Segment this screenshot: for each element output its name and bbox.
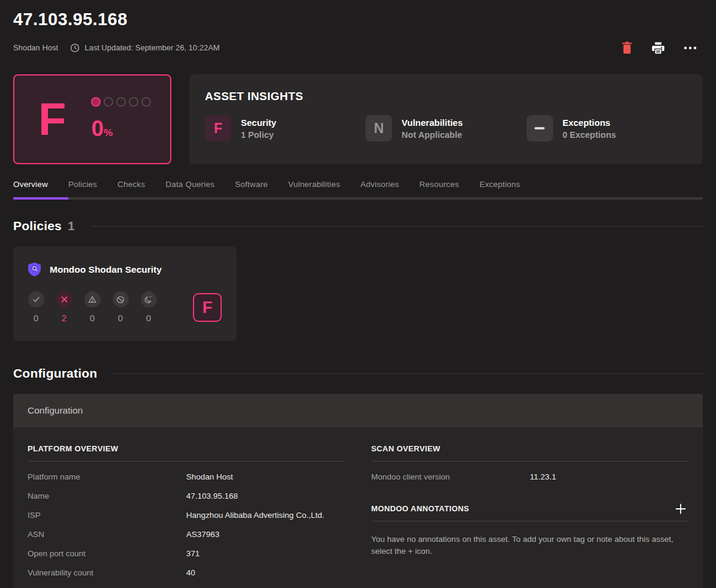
tab-resources[interactable]: Resources xyxy=(419,180,459,197)
trash-icon xyxy=(621,41,633,54)
grade-dot xyxy=(129,97,138,107)
grade-score: 0% xyxy=(91,116,151,141)
configuration-card: Configuration PLATFORM OVERVIEW Platform… xyxy=(13,394,703,588)
active-tab-indicator xyxy=(13,197,68,200)
scan-overview-title: SCAN OVERVIEW xyxy=(371,444,689,462)
policies-section-title: Policies xyxy=(13,219,62,233)
platform-overview-column: PLATFORM OVERVIEW Platform name Shodan H… xyxy=(28,444,345,582)
stat-disabled: 0 xyxy=(112,291,129,323)
asset-insights-card: ASSET INSIGHTS F Security 1 Policy N Vul… xyxy=(189,74,703,164)
blocked-circle-icon xyxy=(113,291,129,307)
tab-overview[interactable]: Overview xyxy=(13,180,48,197)
vulnerabilities-grade-badge: N xyxy=(365,115,392,141)
asset-insights-items: F Security 1 Policy N Vulnerabilities No… xyxy=(205,115,687,141)
scan-overview-column: SCAN OVERVIEW Mondoo client version 11.2… xyxy=(371,444,689,557)
row-value: Shodan Host xyxy=(186,472,345,481)
exceptions-grade-badge xyxy=(527,115,553,141)
grade-score-value: 0 xyxy=(91,116,104,141)
snooze-moon-icon: z z xyxy=(141,291,157,307)
stat-failed: 2 xyxy=(56,291,72,323)
minus-icon xyxy=(534,127,545,129)
ellipsis-icon xyxy=(684,46,697,50)
stat-value: 0 xyxy=(118,313,123,323)
check-circle-icon xyxy=(28,291,44,307)
tab-policies[interactable]: Policies xyxy=(68,180,97,197)
stat-snoozed: z z 0 xyxy=(140,291,157,323)
grade-dot xyxy=(116,97,126,107)
row-label: Open port count xyxy=(28,549,186,558)
insight-sub: 0 Exceptions xyxy=(563,130,616,140)
print-button[interactable] xyxy=(649,40,667,56)
annotations-title: MONDOO ANNOTATIONS xyxy=(371,504,470,513)
insight-text: Exceptions 0 Exceptions xyxy=(563,117,616,140)
policy-grade-badge: F xyxy=(193,293,222,322)
insight-item-exceptions[interactable]: Exceptions 0 Exceptions xyxy=(527,115,687,141)
tab-data-queries[interactable]: Data Queries xyxy=(165,180,215,197)
tab-exceptions[interactable]: Exceptions xyxy=(479,180,520,197)
insight-item-security[interactable]: F Security 1 Policy xyxy=(205,115,365,141)
annotations-empty-text: You have no annotations on this asset. T… xyxy=(371,533,689,557)
printer-icon xyxy=(652,42,664,54)
tab-vulnerabilities[interactable]: Vulnerabilities xyxy=(288,180,340,197)
header-meta: Shodan Host Last Updated: September 26, … xyxy=(13,39,703,56)
scan-overview-rows: Mondoo client version 11.23.1 xyxy=(371,467,689,486)
tab-track xyxy=(13,197,703,200)
asset-grade-card: F 0% xyxy=(13,74,171,164)
platform-overview-rows: Platform name Shodan Host Name 47.103.95… xyxy=(28,467,345,582)
tab-checks[interactable]: Checks xyxy=(117,180,145,197)
security-grade-badge: F xyxy=(205,115,231,141)
insight-label: Exceptions xyxy=(563,117,616,128)
row-label: Platform name xyxy=(28,472,186,481)
clock-icon xyxy=(70,43,80,53)
stat-value: 0 xyxy=(90,313,95,323)
policies-section-head: Policies 1 xyxy=(13,219,703,233)
configuration-card-body: PLATFORM OVERVIEW Platform name Shodan H… xyxy=(13,427,703,588)
tab-software[interactable]: Software xyxy=(235,180,268,197)
grade-dot xyxy=(141,97,151,107)
policies-count: 1 xyxy=(68,219,75,233)
more-actions-button[interactable] xyxy=(681,44,699,52)
configuration-section: Configuration Configuration PLATFORM OVE… xyxy=(13,366,703,588)
insight-text: Security 1 Policy xyxy=(241,117,276,140)
section-divider xyxy=(113,373,703,374)
row-value: AS37963 xyxy=(186,530,345,539)
stat-passed: 0 xyxy=(28,291,44,323)
row-label: Mondoo client version xyxy=(371,472,530,481)
warning-triangle-icon xyxy=(84,291,101,307)
platform-type-label: Shodan Host xyxy=(13,43,58,52)
policy-name: Mondoo Shodan Security xyxy=(50,264,162,275)
tab-bar: Overview Policies Checks Data Queries So… xyxy=(13,180,703,197)
configuration-card-title: Configuration xyxy=(28,405,83,416)
tab-advisories[interactable]: Advisories xyxy=(361,180,399,197)
stat-errors: 0 xyxy=(84,291,101,323)
configuration-section-title: Configuration xyxy=(13,366,97,381)
header-actions xyxy=(619,39,703,56)
header-meta-left: Shodan Host Last Updated: September 26, … xyxy=(13,43,220,53)
row-label: ISP xyxy=(28,511,186,520)
delete-button[interactable] xyxy=(619,39,635,56)
policy-card[interactable]: Mondoo Shodan Security 0 xyxy=(13,246,237,341)
plus-icon xyxy=(675,503,686,514)
stat-value: 0 xyxy=(34,313,38,323)
table-row: ISP Hangzhou Alibaba Advertising Co.,Ltd… xyxy=(28,505,345,524)
grade-score-unit: % xyxy=(104,127,113,138)
policy-name-row: Mondoo Shodan Security xyxy=(28,262,222,277)
insight-label: Vulnerabilities xyxy=(401,117,463,128)
insight-item-vulnerabilities[interactable]: N Vulnerabilities Not Applicable xyxy=(365,115,526,141)
add-annotation-button[interactable] xyxy=(673,501,688,517)
stat-value: 0 xyxy=(146,313,151,323)
stat-value: 2 xyxy=(62,313,67,323)
grade-dot xyxy=(104,97,113,107)
table-row: Mondoo client version 11.23.1 xyxy=(371,467,689,486)
section-divider xyxy=(90,226,703,227)
grade-detail: 0% xyxy=(91,97,151,141)
row-value: 40 xyxy=(186,568,345,577)
row-label: ASN xyxy=(28,530,186,539)
table-row: Open port count 371 xyxy=(28,544,345,563)
grade-letter: F xyxy=(38,99,66,140)
last-updated: Last Updated: September 26, 10:22AM xyxy=(70,43,219,53)
table-row: Vulnerability count 40 xyxy=(28,563,345,582)
subhead-label: PLATFORM OVERVIEW xyxy=(28,444,119,453)
insight-sub: Not Applicable xyxy=(401,130,463,140)
row-value: 47.103.95.168 xyxy=(186,491,345,500)
